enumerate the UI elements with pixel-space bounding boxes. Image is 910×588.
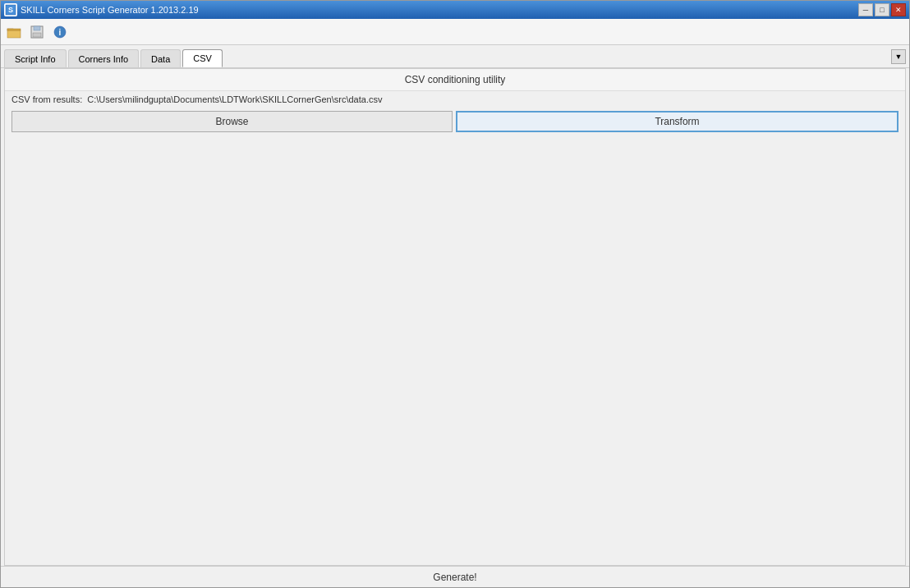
info-icon: i: [53, 25, 67, 39]
main-content-panel: CSV conditioning utility CSV from result…: [4, 68, 906, 566]
toolbar: i: [1, 19, 909, 45]
maximize-button[interactable]: □: [875, 3, 889, 16]
minimize-button[interactable]: ─: [858, 3, 873, 16]
title-bar: S SKILL Corners Script Generator 1.2013.…: [1, 1, 909, 19]
close-button[interactable]: ✕: [891, 3, 906, 16]
tab-csv[interactable]: CSV: [182, 49, 223, 67]
browse-button[interactable]: Browse: [11, 111, 453, 132]
svg-rect-7: [33, 33, 41, 37]
chevron-down-icon: ▼: [895, 53, 903, 61]
svg-rect-4: [7, 29, 21, 30]
save-button[interactable]: [27, 22, 47, 42]
info-button[interactable]: i: [50, 22, 70, 42]
main-window: S SKILL Corners Script Generator 1.2013.…: [0, 0, 910, 588]
status-bar: Generate!: [1, 566, 909, 587]
csv-path-value: C:\Users\milindgupta\Documents\LDTWork\S…: [87, 94, 382, 104]
svg-rect-3: [7, 30, 21, 38]
tab-bar: Script Info Corners Info Data CSV ▼: [1, 45, 909, 68]
title-bar-left: S SKILL Corners Script Generator 1.2013.…: [4, 3, 199, 16]
open-button[interactable]: [4, 22, 24, 42]
transform-button[interactable]: Transform: [456, 111, 899, 132]
generate-button[interactable]: Generate!: [1, 567, 909, 587]
open-folder-icon: [7, 25, 21, 39]
csv-from-row: CSV from results: C:\Users\milindgupta\D…: [5, 91, 905, 108]
svg-text:i: i: [59, 28, 62, 37]
window-title: SKILL Corners Script Generator 1.2013.2.…: [21, 5, 199, 15]
tab-dropdown-button[interactable]: ▼: [891, 49, 906, 64]
content-area: [5, 136, 905, 565]
app-icon: S: [4, 3, 17, 16]
tab-corners-info[interactable]: Corners Info: [68, 49, 140, 67]
svg-rect-6: [34, 26, 40, 30]
title-bar-buttons: ─ □ ✕: [858, 3, 906, 16]
tab-script-info[interactable]: Script Info: [4, 49, 67, 67]
save-icon: [30, 25, 44, 39]
csv-from-label: CSV from results:: [11, 94, 82, 104]
action-button-row: Browse Transform: [5, 108, 905, 136]
tab-data[interactable]: Data: [140, 49, 181, 67]
utility-label: CSV conditioning utility: [5, 69, 905, 91]
svg-text:S: S: [8, 6, 13, 14]
